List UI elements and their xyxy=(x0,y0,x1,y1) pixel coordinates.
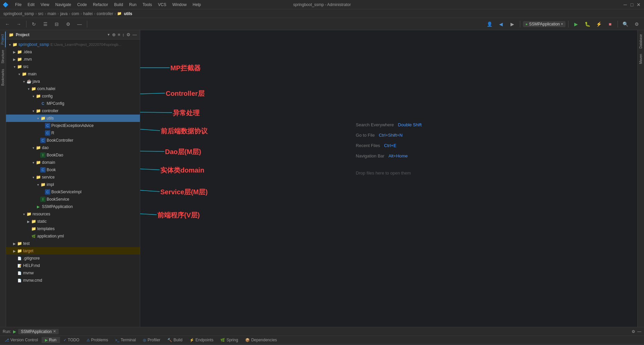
menu-refactor[interactable]: Refactor xyxy=(90,2,111,8)
tree-item-mpconfig[interactable]: C MPConfig xyxy=(6,100,140,107)
templates-label: templates xyxy=(37,226,55,231)
toolbar-tree[interactable]: ☰ xyxy=(41,20,50,28)
tab-endpoints[interactable]: ⚡ Endpoints xyxy=(186,337,217,343)
toolbar-nav-forward[interactable]: ▶ xyxy=(508,20,517,28)
run-minimize-icon[interactable]: — xyxy=(637,329,641,334)
toolbar-close[interactable]: — xyxy=(75,20,84,28)
idea-label: .idea xyxy=(23,50,32,54)
tree-item-main[interactable]: ▾ 📁 main xyxy=(6,70,140,78)
database-tab[interactable]: Database xyxy=(638,31,643,51)
menu-run[interactable]: Run xyxy=(126,2,139,8)
toolbar-forward[interactable]: → xyxy=(14,20,23,28)
tree-item-utils[interactable]: ▾ 📁 utils xyxy=(6,115,140,122)
tree-item-static[interactable]: ▶ 📁 static xyxy=(6,218,140,225)
tree-item-mvn[interactable]: ▶ 📁 .mvn xyxy=(6,56,140,63)
tree-item-helpmd[interactable]: 📝 HELP.md xyxy=(6,262,140,269)
hide-panel-icon[interactable]: — xyxy=(132,32,137,38)
tab-todo[interactable]: ✓ TODO xyxy=(60,337,83,343)
stop-button[interactable]: ■ xyxy=(605,20,615,28)
close-button[interactable]: ✕ xyxy=(636,2,641,7)
tree-item-applicationyml[interactable]: 🌿 application.yml xyxy=(6,232,140,240)
tab-terminal[interactable]: >_ Terminal xyxy=(112,337,140,343)
structure-tab-icon[interactable]: Structure xyxy=(0,47,5,66)
tab-profiler[interactable]: ◎ Profiler xyxy=(140,337,164,343)
tab-build[interactable]: 🔨 Build xyxy=(164,337,186,343)
tree-item-gitignore[interactable]: 📄 .gitignore xyxy=(6,255,140,262)
search-button[interactable]: 🔍 xyxy=(621,20,630,28)
tree-item-config[interactable]: ▾ 📁 config xyxy=(6,92,140,100)
breadcrumb-hailei[interactable]: hailei xyxy=(83,11,93,16)
tree-item-domain[interactable]: ▾ 📁 domain xyxy=(6,159,140,166)
tree-item-dao[interactable]: ▾ 📁 dao xyxy=(6,144,140,151)
menu-vcs[interactable]: VCS xyxy=(155,2,169,8)
tree-item-resources[interactable]: ▾ 📁 resources xyxy=(6,210,140,218)
toolbar-profile[interactable]: 👤 xyxy=(485,20,494,28)
toolbar-collapse[interactable]: ⊟ xyxy=(52,20,61,28)
run-button[interactable]: ▶ xyxy=(571,20,581,28)
run-close-btn[interactable]: ✕ xyxy=(53,329,56,334)
bookmarks-tab-icon[interactable]: Bookmarks xyxy=(0,66,5,88)
menu-code[interactable]: Code xyxy=(74,2,90,8)
tree-item-projectexception[interactable]: C ProjectExceptionAdvice xyxy=(6,122,140,129)
breadcrumb-com[interactable]: com xyxy=(71,11,79,16)
list-icon[interactable]: ≡ xyxy=(117,32,121,38)
run-app-tag[interactable]: SSMPApplication ✕ xyxy=(18,329,59,334)
toolbar-nav-back[interactable]: ◀ xyxy=(496,20,506,28)
panel-settings-icon[interactable]: ⚙ xyxy=(126,32,131,38)
menu-build[interactable]: Build xyxy=(111,2,126,8)
menu-tools[interactable]: Tools xyxy=(140,2,155,8)
run-gear-icon[interactable]: ⚙ xyxy=(632,329,635,334)
project-tab-icon[interactable]: Project xyxy=(0,31,6,47)
tree-item-bookcontroller[interactable]: C BookController xyxy=(6,137,140,144)
settings-button[interactable]: ⚙ xyxy=(632,20,641,28)
tree-item-mvnw[interactable]: 📄 mvnw xyxy=(6,269,140,277)
tree-item-r[interactable]: C R xyxy=(6,129,140,137)
dropdown-icon[interactable]: ▾ xyxy=(108,32,110,37)
tree-item-templates[interactable]: 📁 templates xyxy=(6,225,140,232)
tree-item-mvnwcmd[interactable]: 📄 mvnw.cmd xyxy=(6,277,140,284)
breadcrumb-main[interactable]: main xyxy=(47,11,56,16)
menu-view[interactable]: View xyxy=(38,2,52,8)
tree-item-impl[interactable]: ▾ 📁 impl xyxy=(6,181,140,188)
run-configuration[interactable]: ● SSMPApplication ▾ xyxy=(523,21,566,27)
menu-help[interactable]: Help xyxy=(190,2,204,8)
tree-item-service[interactable]: ▾ 📁 service xyxy=(6,174,140,181)
menu-navigate[interactable]: Navigate xyxy=(53,2,74,8)
root-label: springboot_ssmp xyxy=(18,42,49,47)
breadcrumb-controller[interactable]: controller xyxy=(97,11,113,16)
menu-edit[interactable]: Edit xyxy=(25,2,37,8)
tab-dependencies[interactable]: 📦 Dependencies xyxy=(242,337,281,343)
tree-item-test[interactable]: ▶ 📁 test xyxy=(6,240,140,247)
toolbar-back[interactable]: ← xyxy=(3,20,12,28)
toolbar-refresh[interactable]: ↻ xyxy=(29,20,39,28)
tree-item-idea[interactable]: ▶ 📁 .idea xyxy=(6,48,140,56)
tree-item-ssmpapplication[interactable]: ▶ SSMPApplication xyxy=(6,203,140,210)
breadcrumb-src[interactable]: src xyxy=(38,11,43,16)
tree-item-src[interactable]: ▾ 📁 src xyxy=(6,63,140,70)
tab-problems[interactable]: ⚠ Problems xyxy=(83,337,112,343)
tab-run[interactable]: ▶ Run xyxy=(42,337,60,343)
tree-item-controller[interactable]: ▾ 📁 controller xyxy=(6,107,140,115)
debug-button[interactable]: 🐛 xyxy=(583,20,592,28)
tree-item-target[interactable]: ▶ 📁 target xyxy=(6,247,140,255)
toolbar-settings[interactable]: ⚙ xyxy=(63,20,73,28)
tree-item-bookserviceimpl[interactable]: C BookServiceImpl xyxy=(6,188,140,196)
maven-tab[interactable]: Maven xyxy=(638,51,643,67)
tab-spring[interactable]: 🌿 Spring xyxy=(217,337,242,343)
breadcrumb-java[interactable]: java xyxy=(60,11,67,16)
tree-item-com-hailei[interactable]: ▾ 📁 com.hailei xyxy=(6,85,140,92)
tree-item-book[interactable]: C Book xyxy=(6,166,140,174)
maximize-button[interactable]: □ xyxy=(629,2,635,7)
tree-item-root[interactable]: ▾ 📁 springboot_ssmp E:\Java_Learn\Projec… xyxy=(6,41,140,48)
menu-file[interactable]: File xyxy=(12,2,24,8)
locate-icon[interactable]: ⊕ xyxy=(112,32,116,38)
minimize-button[interactable]: ─ xyxy=(623,2,628,7)
scroll-icon[interactable]: ↕ xyxy=(122,32,125,38)
tree-item-java[interactable]: ▾ ☕ java xyxy=(6,78,140,85)
breadcrumb-project[interactable]: springboot_ssmp xyxy=(3,11,34,16)
coverage-button[interactable]: ⚡ xyxy=(594,20,603,28)
menu-window[interactable]: Window xyxy=(170,2,190,8)
tab-version-control[interactable]: ⎇ Version Control xyxy=(1,337,42,343)
tree-item-bookservice[interactable]: I BookService xyxy=(6,196,140,203)
tree-item-bookdao[interactable]: I BookDao xyxy=(6,151,140,159)
